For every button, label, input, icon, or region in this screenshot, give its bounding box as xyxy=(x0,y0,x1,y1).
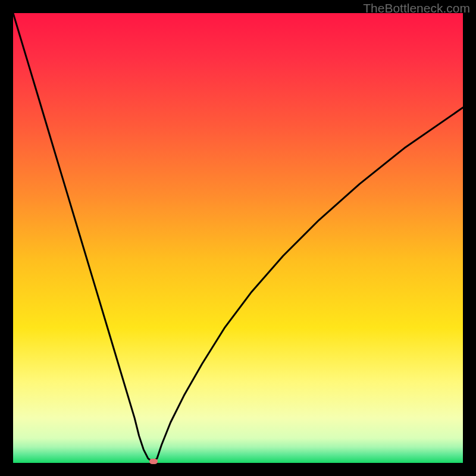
optimal-marker xyxy=(149,459,158,464)
attribution-text: TheBottleneck.com xyxy=(363,1,470,15)
bottleneck-curve xyxy=(13,13,463,463)
chart-frame xyxy=(13,13,463,463)
